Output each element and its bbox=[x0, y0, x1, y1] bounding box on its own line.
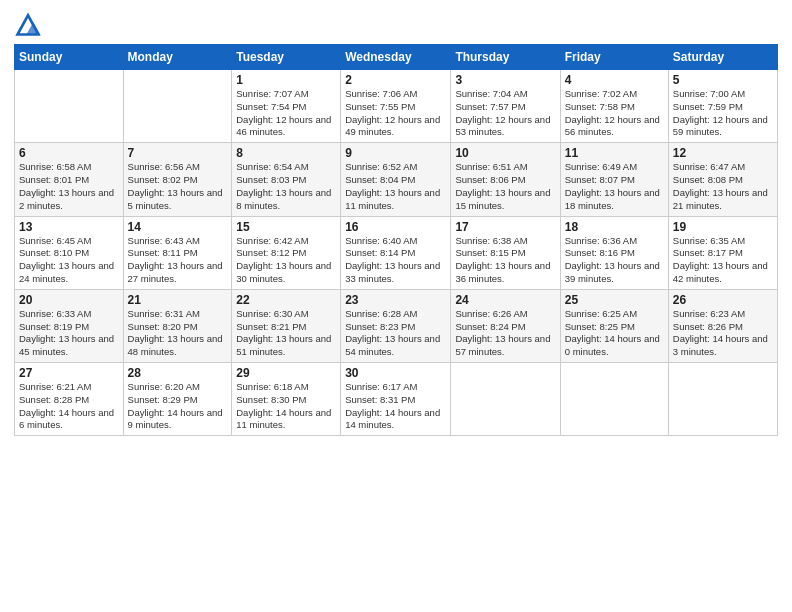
day-info: Sunrise: 6:25 AM Sunset: 8:25 PM Dayligh… bbox=[565, 308, 664, 359]
day-info: Sunrise: 6:42 AM Sunset: 8:12 PM Dayligh… bbox=[236, 235, 336, 286]
day-number: 8 bbox=[236, 146, 336, 160]
page: SundayMondayTuesdayWednesdayThursdayFrid… bbox=[0, 0, 792, 612]
day-info: Sunrise: 6:40 AM Sunset: 8:14 PM Dayligh… bbox=[345, 235, 446, 286]
day-info: Sunrise: 6:38 AM Sunset: 8:15 PM Dayligh… bbox=[455, 235, 555, 286]
day-info: Sunrise: 6:23 AM Sunset: 8:26 PM Dayligh… bbox=[673, 308, 773, 359]
calendar-cell: 12Sunrise: 6:47 AM Sunset: 8:08 PM Dayli… bbox=[668, 143, 777, 216]
day-number: 30 bbox=[345, 366, 446, 380]
day-number: 29 bbox=[236, 366, 336, 380]
calendar-cell: 14Sunrise: 6:43 AM Sunset: 8:11 PM Dayli… bbox=[123, 216, 232, 289]
calendar-cell: 20Sunrise: 6:33 AM Sunset: 8:19 PM Dayli… bbox=[15, 289, 124, 362]
day-number: 28 bbox=[128, 366, 228, 380]
day-number: 24 bbox=[455, 293, 555, 307]
day-number: 15 bbox=[236, 220, 336, 234]
calendar-week-row: 27Sunrise: 6:21 AM Sunset: 8:28 PM Dayli… bbox=[15, 363, 778, 436]
calendar-cell bbox=[451, 363, 560, 436]
day-info: Sunrise: 6:45 AM Sunset: 8:10 PM Dayligh… bbox=[19, 235, 119, 286]
calendar-cell bbox=[15, 70, 124, 143]
calendar-cell: 3Sunrise: 7:04 AM Sunset: 7:57 PM Daylig… bbox=[451, 70, 560, 143]
day-info: Sunrise: 7:04 AM Sunset: 7:57 PM Dayligh… bbox=[455, 88, 555, 139]
weekday-header-monday: Monday bbox=[123, 45, 232, 70]
calendar-cell: 6Sunrise: 6:58 AM Sunset: 8:01 PM Daylig… bbox=[15, 143, 124, 216]
calendar-cell: 13Sunrise: 6:45 AM Sunset: 8:10 PM Dayli… bbox=[15, 216, 124, 289]
day-number: 13 bbox=[19, 220, 119, 234]
calendar-cell: 23Sunrise: 6:28 AM Sunset: 8:23 PM Dayli… bbox=[341, 289, 451, 362]
day-info: Sunrise: 6:54 AM Sunset: 8:03 PM Dayligh… bbox=[236, 161, 336, 212]
weekday-header-wednesday: Wednesday bbox=[341, 45, 451, 70]
day-number: 6 bbox=[19, 146, 119, 160]
day-info: Sunrise: 6:20 AM Sunset: 8:29 PM Dayligh… bbox=[128, 381, 228, 432]
calendar-cell: 1Sunrise: 7:07 AM Sunset: 7:54 PM Daylig… bbox=[232, 70, 341, 143]
day-number: 21 bbox=[128, 293, 228, 307]
day-number: 22 bbox=[236, 293, 336, 307]
day-number: 3 bbox=[455, 73, 555, 87]
weekday-header-row: SundayMondayTuesdayWednesdayThursdayFrid… bbox=[15, 45, 778, 70]
day-info: Sunrise: 6:52 AM Sunset: 8:04 PM Dayligh… bbox=[345, 161, 446, 212]
svg-marker-1 bbox=[26, 22, 40, 34]
day-info: Sunrise: 6:28 AM Sunset: 8:23 PM Dayligh… bbox=[345, 308, 446, 359]
day-number: 5 bbox=[673, 73, 773, 87]
calendar-week-row: 13Sunrise: 6:45 AM Sunset: 8:10 PM Dayli… bbox=[15, 216, 778, 289]
calendar-week-row: 1Sunrise: 7:07 AM Sunset: 7:54 PM Daylig… bbox=[15, 70, 778, 143]
day-info: Sunrise: 7:02 AM Sunset: 7:58 PM Dayligh… bbox=[565, 88, 664, 139]
calendar-cell bbox=[560, 363, 668, 436]
weekday-header-tuesday: Tuesday bbox=[232, 45, 341, 70]
day-info: Sunrise: 6:56 AM Sunset: 8:02 PM Dayligh… bbox=[128, 161, 228, 212]
day-number: 17 bbox=[455, 220, 555, 234]
calendar-cell: 28Sunrise: 6:20 AM Sunset: 8:29 PM Dayli… bbox=[123, 363, 232, 436]
calendar-cell: 9Sunrise: 6:52 AM Sunset: 8:04 PM Daylig… bbox=[341, 143, 451, 216]
day-number: 26 bbox=[673, 293, 773, 307]
day-number: 12 bbox=[673, 146, 773, 160]
calendar-cell bbox=[123, 70, 232, 143]
day-info: Sunrise: 6:47 AM Sunset: 8:08 PM Dayligh… bbox=[673, 161, 773, 212]
calendar-cell: 25Sunrise: 6:25 AM Sunset: 8:25 PM Dayli… bbox=[560, 289, 668, 362]
day-info: Sunrise: 6:18 AM Sunset: 8:30 PM Dayligh… bbox=[236, 381, 336, 432]
calendar-cell: 10Sunrise: 6:51 AM Sunset: 8:06 PM Dayli… bbox=[451, 143, 560, 216]
calendar-cell: 17Sunrise: 6:38 AM Sunset: 8:15 PM Dayli… bbox=[451, 216, 560, 289]
day-number: 9 bbox=[345, 146, 446, 160]
calendar-cell: 26Sunrise: 6:23 AM Sunset: 8:26 PM Dayli… bbox=[668, 289, 777, 362]
calendar-cell: 21Sunrise: 6:31 AM Sunset: 8:20 PM Dayli… bbox=[123, 289, 232, 362]
header bbox=[14, 10, 778, 38]
day-info: Sunrise: 7:06 AM Sunset: 7:55 PM Dayligh… bbox=[345, 88, 446, 139]
day-info: Sunrise: 6:49 AM Sunset: 8:07 PM Dayligh… bbox=[565, 161, 664, 212]
day-info: Sunrise: 6:26 AM Sunset: 8:24 PM Dayligh… bbox=[455, 308, 555, 359]
calendar-week-row: 6Sunrise: 6:58 AM Sunset: 8:01 PM Daylig… bbox=[15, 143, 778, 216]
calendar-cell: 27Sunrise: 6:21 AM Sunset: 8:28 PM Dayli… bbox=[15, 363, 124, 436]
calendar-cell: 5Sunrise: 7:00 AM Sunset: 7:59 PM Daylig… bbox=[668, 70, 777, 143]
calendar-cell: 15Sunrise: 6:42 AM Sunset: 8:12 PM Dayli… bbox=[232, 216, 341, 289]
day-number: 19 bbox=[673, 220, 773, 234]
day-number: 10 bbox=[455, 146, 555, 160]
day-info: Sunrise: 6:17 AM Sunset: 8:31 PM Dayligh… bbox=[345, 381, 446, 432]
weekday-header-sunday: Sunday bbox=[15, 45, 124, 70]
calendar-table: SundayMondayTuesdayWednesdayThursdayFrid… bbox=[14, 44, 778, 436]
day-info: Sunrise: 6:21 AM Sunset: 8:28 PM Dayligh… bbox=[19, 381, 119, 432]
day-info: Sunrise: 6:51 AM Sunset: 8:06 PM Dayligh… bbox=[455, 161, 555, 212]
day-number: 18 bbox=[565, 220, 664, 234]
day-info: Sunrise: 6:30 AM Sunset: 8:21 PM Dayligh… bbox=[236, 308, 336, 359]
day-number: 2 bbox=[345, 73, 446, 87]
day-info: Sunrise: 7:07 AM Sunset: 7:54 PM Dayligh… bbox=[236, 88, 336, 139]
day-number: 20 bbox=[19, 293, 119, 307]
day-info: Sunrise: 6:36 AM Sunset: 8:16 PM Dayligh… bbox=[565, 235, 664, 286]
day-info: Sunrise: 6:33 AM Sunset: 8:19 PM Dayligh… bbox=[19, 308, 119, 359]
calendar-cell: 18Sunrise: 6:36 AM Sunset: 8:16 PM Dayli… bbox=[560, 216, 668, 289]
calendar-cell: 22Sunrise: 6:30 AM Sunset: 8:21 PM Dayli… bbox=[232, 289, 341, 362]
calendar-cell: 4Sunrise: 7:02 AM Sunset: 7:58 PM Daylig… bbox=[560, 70, 668, 143]
calendar-cell: 11Sunrise: 6:49 AM Sunset: 8:07 PM Dayli… bbox=[560, 143, 668, 216]
calendar-cell: 2Sunrise: 7:06 AM Sunset: 7:55 PM Daylig… bbox=[341, 70, 451, 143]
logo bbox=[14, 10, 44, 38]
calendar-cell: 8Sunrise: 6:54 AM Sunset: 8:03 PM Daylig… bbox=[232, 143, 341, 216]
day-number: 4 bbox=[565, 73, 664, 87]
day-number: 11 bbox=[565, 146, 664, 160]
day-info: Sunrise: 6:31 AM Sunset: 8:20 PM Dayligh… bbox=[128, 308, 228, 359]
day-number: 23 bbox=[345, 293, 446, 307]
weekday-header-thursday: Thursday bbox=[451, 45, 560, 70]
day-number: 16 bbox=[345, 220, 446, 234]
weekday-header-saturday: Saturday bbox=[668, 45, 777, 70]
day-number: 1 bbox=[236, 73, 336, 87]
calendar-week-row: 20Sunrise: 6:33 AM Sunset: 8:19 PM Dayli… bbox=[15, 289, 778, 362]
day-info: Sunrise: 6:58 AM Sunset: 8:01 PM Dayligh… bbox=[19, 161, 119, 212]
calendar-cell: 30Sunrise: 6:17 AM Sunset: 8:31 PM Dayli… bbox=[341, 363, 451, 436]
weekday-header-friday: Friday bbox=[560, 45, 668, 70]
